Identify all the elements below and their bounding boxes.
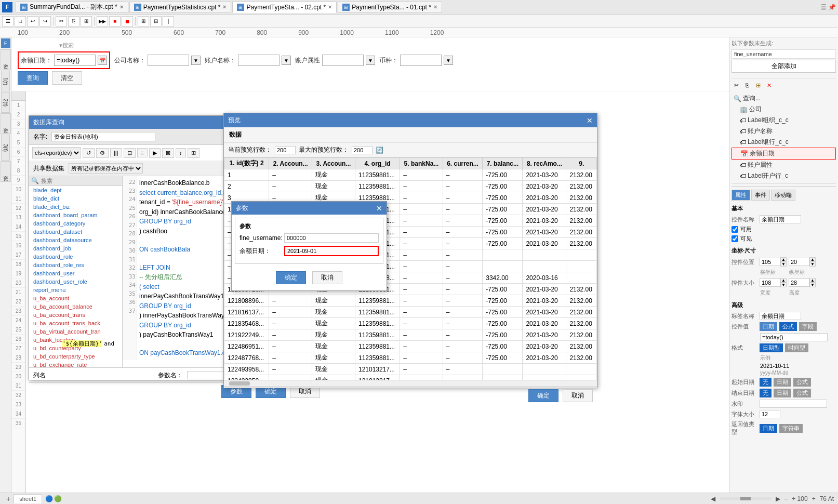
db-settings-btn[interactable]: ⊞ bbox=[188, 148, 199, 158]
zoom-btn-minus[interactable]: – bbox=[784, 495, 788, 502]
height-input[interactable] bbox=[789, 278, 809, 287]
tab-payment-stats[interactable]: ⊞ PaymentTypeStatistics.cpt * ✕ bbox=[129, 2, 232, 13]
sheet-tab-1[interactable]: sheet1 bbox=[14, 494, 42, 503]
add-all-button[interactable]: 全部添加 bbox=[731, 60, 836, 73]
db-table-u-ba-account-balance[interactable]: u_ba_account_balance bbox=[29, 302, 122, 311]
fine-username-input[interactable] bbox=[284, 233, 379, 243]
prop-tab-events[interactable]: 事件 bbox=[751, 190, 770, 201]
db-format-btn[interactable]: ≡ bbox=[137, 148, 148, 157]
db-view-btn[interactable]: ||| bbox=[110, 148, 122, 157]
param-ok-btn[interactable]: 确定 bbox=[276, 271, 306, 284]
toolbar-btn-12[interactable]: ⊟ bbox=[150, 16, 162, 26]
tab-close-1[interactable]: ✕ bbox=[222, 4, 227, 10]
height-down[interactable]: ▼ bbox=[809, 283, 816, 287]
query-button[interactable]: 查询 bbox=[18, 71, 48, 85]
width-input[interactable] bbox=[760, 278, 780, 287]
sheet-add-btn[interactable]: + bbox=[6, 495, 10, 503]
tree-item-label-bankbranch[interactable]: 🏷 Label开户行_c bbox=[731, 170, 836, 181]
tree-item-search[interactable]: 🔍 查询... bbox=[731, 93, 836, 104]
tab-summary-fund[interactable]: ⊞ SummaryFundDai... - 副本.cpt * ✕ bbox=[16, 2, 128, 13]
zoom-btn-plus[interactable]: + bbox=[812, 495, 816, 502]
font-size-input[interactable] bbox=[760, 410, 780, 418]
shared-data-select[interactable]: 所有记录都保存在内存中 bbox=[69, 163, 143, 174]
currency-expand-btn[interactable]: ▼ bbox=[444, 56, 453, 65]
end-date-btn[interactable]: 日期 bbox=[774, 389, 791, 397]
toolbar-btn-2[interactable]: □ bbox=[15, 16, 26, 26]
toolbar-btn-1[interactable]: ☰ bbox=[2, 16, 14, 26]
db-table-report-menu[interactable]: report_menu bbox=[29, 286, 122, 294]
h-scrollbar[interactable] bbox=[720, 497, 772, 500]
preview-hscroll[interactable] bbox=[224, 380, 597, 386]
formula-value-input[interactable] bbox=[760, 333, 828, 341]
sheet-icon-2[interactable]: 🟢 bbox=[54, 495, 62, 502]
toolbar-btn-3[interactable]: ↩ bbox=[27, 16, 38, 26]
width-up[interactable]: ▲ bbox=[780, 278, 787, 283]
preview-close-btn[interactable]: ✕ bbox=[587, 117, 593, 124]
db-table-dashboard-dataset[interactable]: dashboard_dataset bbox=[29, 228, 122, 236]
db-table-blade-dict-biz[interactable]: blade_dict_biz bbox=[29, 203, 122, 211]
db-table-u-ba-account-trans-back[interactable]: u_ba_account_trans_back bbox=[29, 319, 122, 327]
tag-input[interactable] bbox=[760, 312, 801, 320]
right-delete-icon[interactable]: ✕ bbox=[764, 81, 774, 90]
tree-item-account-attr[interactable]: 🏷 账户属性 bbox=[731, 160, 836, 170]
height-up[interactable]: ▲ bbox=[809, 278, 816, 283]
tab-close-0[interactable]: ✕ bbox=[119, 4, 124, 10]
db-table-u-bd-exchange-rate[interactable]: u_bd_exchange_rate bbox=[29, 361, 122, 367]
db-table-u-ba-account-trans[interactable]: u_ba_account_trans bbox=[29, 311, 122, 319]
tab-pin-btn[interactable]: 📌 bbox=[828, 4, 836, 11]
current-rows-input[interactable] bbox=[275, 146, 296, 154]
sidebar-item-3[interactable]: 2(t) bbox=[1, 92, 10, 113]
clear-button[interactable]: 清空 bbox=[52, 71, 82, 85]
account-input[interactable] bbox=[238, 55, 280, 66]
toolbar-btn-13[interactable]: | bbox=[163, 16, 174, 26]
tab-payment-02[interactable]: ⊞ PaymentTypeSta... - 02.cpt * ✕ bbox=[232, 2, 337, 13]
scroll-left-btn[interactable]: ◀ bbox=[711, 495, 715, 502]
db-query-btn[interactable]: ⊟ bbox=[124, 148, 136, 158]
str-btn[interactable]: 字段 bbox=[799, 322, 817, 331]
tree-item-label-org[interactable]: 🏷 Label组织_c_c bbox=[731, 115, 836, 126]
sidebar-icon-top[interactable]: F bbox=[1, 38, 10, 48]
width-down[interactable]: ▼ bbox=[780, 283, 787, 287]
pos-x-up[interactable]: ▲ bbox=[780, 257, 787, 262]
visible-checkbox[interactable] bbox=[731, 235, 738, 242]
param-name-input[interactable] bbox=[187, 371, 229, 379]
db-table-dashboard-role-res[interactable]: dashboard_role_res bbox=[29, 261, 122, 269]
param-dialog-close[interactable]: ✕ bbox=[376, 205, 382, 212]
end-formula-btn[interactable]: 公式 bbox=[793, 389, 811, 397]
db-table-u-ba-virtual-account-tran[interactable]: u_ba_virtual_account_tran bbox=[29, 327, 122, 336]
db-table-search[interactable] bbox=[41, 178, 120, 184]
sidebar-item-6[interactable]: 资 bbox=[1, 161, 11, 182]
right-cut-icon[interactable]: ✂ bbox=[731, 81, 741, 90]
db-run-btn[interactable]: ▶ bbox=[149, 148, 161, 158]
pos-x-down[interactable]: ▼ bbox=[780, 262, 787, 267]
end-none-btn[interactable]: 无 bbox=[760, 389, 772, 397]
toolbar-btn-10[interactable]: ◼ bbox=[122, 16, 133, 26]
start-date-btn[interactable]: 日期 bbox=[774, 378, 791, 387]
return-date-btn[interactable]: 日期 bbox=[760, 424, 777, 433]
db-table-dashboard-user[interactable]: dashboard_user bbox=[29, 269, 122, 277]
toolbar-btn-5[interactable]: ✂ bbox=[56, 16, 67, 26]
max-rows-input[interactable] bbox=[352, 146, 373, 154]
sheet-icon-1[interactable]: 🔵 bbox=[45, 495, 53, 502]
db-table-blade-dict[interactable]: blade_dict bbox=[29, 194, 122, 203]
toolbar-btn-9[interactable]: ■ bbox=[109, 16, 121, 26]
db-table-u-bd-counterparty-type[interactable]: u_bd_counterparty_type bbox=[29, 352, 122, 361]
pos-x-input[interactable] bbox=[760, 258, 780, 266]
tree-item-account-name[interactable]: 🏷 账户名称 bbox=[731, 126, 836, 137]
pos-y-down[interactable]: ▼ bbox=[809, 262, 816, 267]
toolbar-btn-6[interactable]: ⎘ bbox=[68, 16, 79, 26]
db-datasource-select[interactable]: cfs-report(dev) bbox=[32, 147, 81, 158]
h-scrollbar-thumb[interactable] bbox=[740, 497, 751, 500]
tree-item-balance-date[interactable]: 📅 余额日期 bbox=[731, 148, 836, 160]
company-input[interactable] bbox=[148, 55, 189, 66]
formula-btn[interactable]: 公式 bbox=[779, 322, 797, 331]
time-btn[interactable]: 时间型 bbox=[785, 343, 808, 352]
scroll-right-btn[interactable]: ▶ bbox=[776, 495, 780, 502]
date-btn[interactable]: 日期 bbox=[760, 322, 777, 331]
toolbar-btn-7[interactable]: ⊞ bbox=[81, 16, 92, 26]
db-table-dashboard-job[interactable]: dashboard_job bbox=[29, 244, 122, 253]
param-cancel-btn[interactable]: 取消 bbox=[312, 271, 342, 284]
sidebar-item-1[interactable]: 资 bbox=[1, 49, 11, 70]
tab-payment-01[interactable]: ⊞ PaymentTypeSta... - 01.cpt * ✕ bbox=[338, 2, 442, 13]
db-name-input[interactable] bbox=[51, 132, 155, 141]
